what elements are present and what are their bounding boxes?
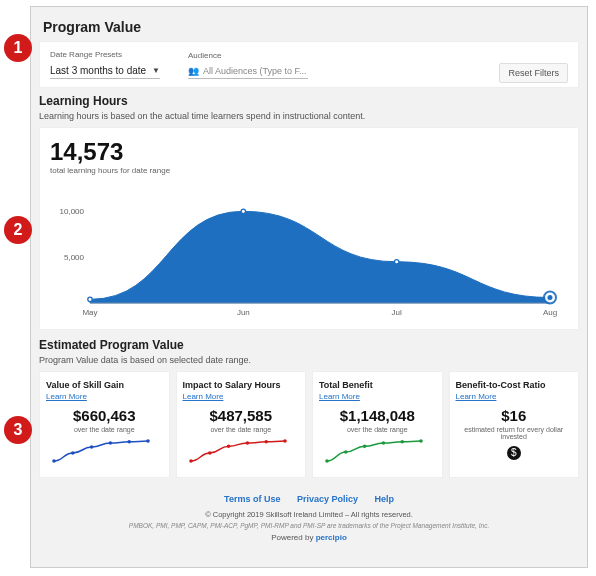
learn-more-link[interactable]: Learn More xyxy=(183,392,300,401)
learn-more-link[interactable]: Learn More xyxy=(456,392,573,401)
card-title: Impact to Salary Hours xyxy=(183,380,300,390)
card-value: $487,585 xyxy=(183,407,300,424)
audience-label: Audience xyxy=(188,51,308,60)
footer-copyright: © Copyright 2019 Skillsoft Ireland Limit… xyxy=(31,510,587,519)
dollar-icon: $ xyxy=(507,446,521,460)
svg-point-16 xyxy=(127,440,131,444)
svg-point-3 xyxy=(88,297,92,301)
annotation-badge-2: 2 xyxy=(4,216,32,244)
footer: Terms of Use Privacy Policy Help © Copyr… xyxy=(31,488,587,542)
date-preset-dropdown[interactable]: Last 3 months to date ▼ xyxy=(50,63,160,79)
svg-text:Jul: Jul xyxy=(392,308,402,317)
card-title: Value of Skill Gain xyxy=(46,380,163,390)
footer-link-help[interactable]: Help xyxy=(374,494,394,504)
card-total-benefit: Total Benefit Learn More $1,148,048 over… xyxy=(312,371,443,478)
kpi-cards-row: Value of Skill Gain Learn More $660,463 … xyxy=(39,371,579,478)
card-subtitle: over the date range xyxy=(319,426,436,433)
card-subtitle: over the date range xyxy=(46,426,163,433)
annotation-badge-3: 3 xyxy=(4,416,32,444)
svg-point-20 xyxy=(226,444,230,448)
card-benefit-ratio: Benefit-to-Cost Ratio Learn More $16 est… xyxy=(449,371,580,478)
svg-point-17 xyxy=(146,439,150,443)
svg-point-24 xyxy=(325,459,329,463)
svg-point-22 xyxy=(264,440,268,444)
card-title: Benefit-to-Cost Ratio xyxy=(456,380,573,390)
learn-more-link[interactable]: Learn More xyxy=(319,392,436,401)
svg-point-15 xyxy=(109,441,113,445)
date-preset-label: Date Range Presets xyxy=(50,50,160,59)
learning-hours-chart: 5,00010,000MayJunJulAug xyxy=(50,175,560,325)
learning-hours-subtitle: Learning hours is based on the actual ti… xyxy=(39,111,579,121)
svg-point-5 xyxy=(394,260,398,264)
svg-text:Aug: Aug xyxy=(543,308,557,317)
card-subtitle: estimated return for every dollar invest… xyxy=(456,426,573,440)
sparkline xyxy=(319,433,429,469)
svg-point-19 xyxy=(208,451,212,455)
svg-point-25 xyxy=(344,450,348,454)
svg-text:5,000: 5,000 xyxy=(64,253,85,262)
people-icon: 👥 xyxy=(188,66,199,76)
svg-point-29 xyxy=(419,439,423,443)
card-title: Total Benefit xyxy=(319,380,436,390)
est-value-subtitle: Program Value data is based on selected … xyxy=(39,355,579,365)
svg-text:May: May xyxy=(82,308,97,317)
svg-text:10,000: 10,000 xyxy=(60,207,85,216)
page-title: Program Value xyxy=(43,19,575,35)
footer-link-terms[interactable]: Terms of Use xyxy=(224,494,280,504)
svg-point-26 xyxy=(363,445,367,449)
dashboard-frame: Program Value Date Range Presets Last 3 … xyxy=(30,6,588,568)
learning-hours-card: 14,573 total learning hours for date ran… xyxy=(39,127,579,330)
learn-more-link[interactable]: Learn More xyxy=(46,392,163,401)
svg-point-23 xyxy=(283,439,287,443)
footer-trademarks: PMBOK, PMI, PMP, CAPM, PMI-ACP, PgMP, PM… xyxy=(31,522,587,529)
footer-link-privacy[interactable]: Privacy Policy xyxy=(297,494,358,504)
brand-logo: percipio xyxy=(316,533,347,542)
sparkline xyxy=(183,433,293,469)
filter-panel: Date Range Presets Last 3 months to date… xyxy=(39,41,579,88)
chevron-down-icon: ▼ xyxy=(152,66,160,75)
svg-point-13 xyxy=(71,451,75,455)
total-learning-hours-label: total learning hours for date range xyxy=(50,166,568,175)
annotation-badge-1: 1 xyxy=(4,34,32,62)
audience-placeholder: All Audiences (Type to F... xyxy=(203,66,307,76)
svg-point-12 xyxy=(52,459,56,463)
svg-point-27 xyxy=(382,441,386,445)
footer-powered: Powered by percipio xyxy=(31,533,587,542)
card-subtitle: over the date range xyxy=(183,426,300,433)
svg-point-4 xyxy=(241,209,245,213)
svg-point-14 xyxy=(90,445,94,449)
card-impact-salary: Impact to Salary Hours Learn More $487,5… xyxy=(176,371,307,478)
card-value: $1,148,048 xyxy=(319,407,436,424)
svg-point-21 xyxy=(245,441,249,445)
svg-point-7 xyxy=(548,295,553,300)
date-preset-value: Last 3 months to date xyxy=(50,65,146,76)
reset-filters-button[interactable]: Reset Filters xyxy=(499,63,568,83)
svg-point-28 xyxy=(400,440,404,444)
card-value: $660,463 xyxy=(46,407,163,424)
svg-point-18 xyxy=(189,459,193,463)
svg-text:Jun: Jun xyxy=(237,308,250,317)
est-value-title: Estimated Program Value xyxy=(39,338,579,352)
sparkline xyxy=(46,433,156,469)
card-value: $16 xyxy=(456,407,573,424)
card-value-skill-gain: Value of Skill Gain Learn More $660,463 … xyxy=(39,371,170,478)
learning-hours-title: Learning Hours xyxy=(39,94,579,108)
total-learning-hours: 14,573 xyxy=(50,138,568,166)
audience-input[interactable]: 👥 All Audiences (Type to F... xyxy=(188,64,308,79)
